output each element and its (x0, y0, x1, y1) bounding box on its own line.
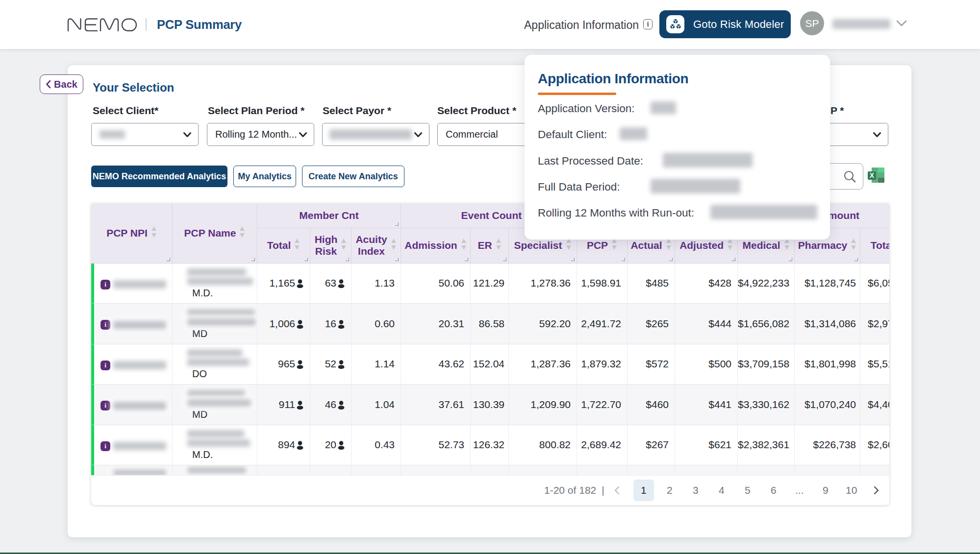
svg-text:X: X (870, 171, 875, 179)
